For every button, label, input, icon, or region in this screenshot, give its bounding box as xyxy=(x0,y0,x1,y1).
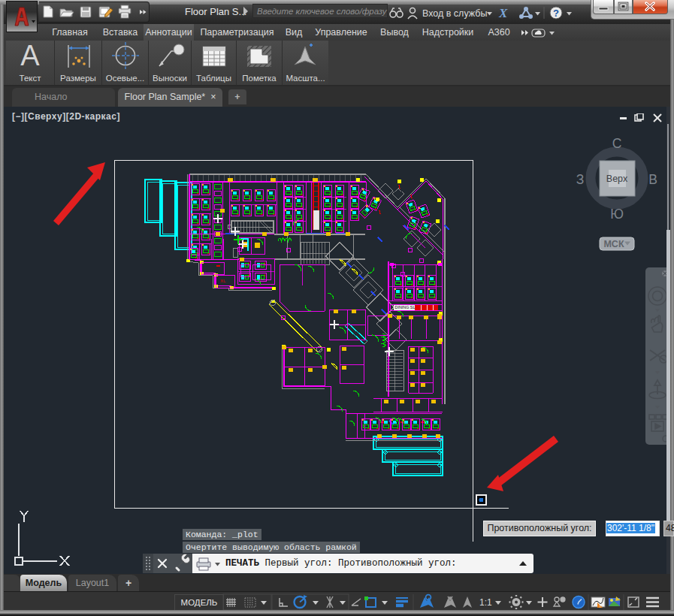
svg-text:Вход в службы: Вход в службы xyxy=(422,8,487,19)
svg-text:A: A xyxy=(20,41,40,71)
svg-text:1:1: 1:1 xyxy=(479,597,492,608)
svg-text:X: X xyxy=(498,6,508,20)
svg-text:?: ? xyxy=(553,8,559,19)
